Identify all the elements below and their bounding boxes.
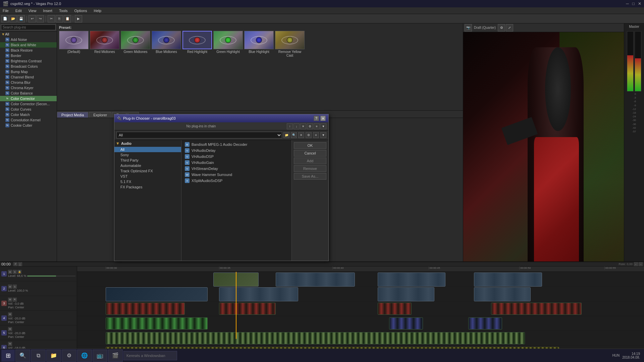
menu-options[interactable]: Options bbox=[73, 8, 89, 13]
dialog-chain-btn1[interactable]: ↑ bbox=[287, 123, 293, 129]
effect-item-channel-blend[interactable]: fx Channel Blend bbox=[0, 74, 57, 80]
menu-view[interactable]: View bbox=[27, 8, 38, 13]
dialog-chain-btn6[interactable]: ▼ bbox=[320, 123, 326, 129]
track-mute-6[interactable]: M bbox=[8, 342, 12, 346]
effect-item-color-corrector[interactable]: fx Color Corrector bbox=[0, 96, 57, 101]
video-clip-1b[interactable] bbox=[276, 273, 355, 287]
dialog-filter-btn6[interactable]: ▼ bbox=[320, 132, 326, 138]
plugin-vh-gain[interactable]: V VHAudioGain bbox=[183, 160, 290, 166]
menu-help[interactable]: Help bbox=[92, 8, 103, 13]
dialog-remove-button[interactable]: Remove bbox=[294, 165, 326, 172]
dialog-filter-select[interactable]: All Audio Video bbox=[116, 132, 282, 138]
plugin-vh-dsp[interactable]: V VHAudioDSP bbox=[183, 154, 290, 160]
plugin-xsplit[interactable]: X XSplitAudioSxDSP bbox=[183, 178, 290, 184]
taskbar-task-view[interactable]: ⧉ bbox=[31, 350, 46, 362]
video-clip-2d[interactable] bbox=[474, 287, 531, 301]
render-button[interactable]: ▶ bbox=[75, 15, 82, 22]
preset-blue-highlight[interactable]: Blue Highlight bbox=[244, 31, 274, 57]
effect-item-black-restore[interactable]: fx Black Restore bbox=[0, 48, 57, 53]
audio-clip-3b[interactable] bbox=[219, 303, 276, 315]
effect-item-add-noise[interactable]: fx Add Noise bbox=[0, 37, 57, 42]
plugin-vh-delay[interactable]: V VHAudioDelay bbox=[183, 147, 290, 154]
taskbar-search-input[interactable] bbox=[123, 351, 177, 360]
dialog-chain-btn4[interactable]: ⚙ bbox=[307, 123, 313, 129]
tree-item-5-1[interactable]: 5.1 FX bbox=[114, 179, 181, 184]
preset-default[interactable]: (Default) bbox=[59, 31, 89, 57]
preset-remove-yellow[interactable]: Remove Yellow Cast bbox=[275, 31, 305, 57]
undo-button[interactable]: ↩ bbox=[29, 15, 36, 22]
track-solo-1[interactable]: S bbox=[13, 270, 17, 274]
audio-clip-3c[interactable] bbox=[378, 303, 412, 315]
tree-item-all[interactable]: All bbox=[114, 147, 181, 152]
effect-item-bump-map[interactable]: fx Bump Map bbox=[0, 69, 57, 74]
tree-item-sony[interactable]: Sony bbox=[114, 152, 181, 158]
dialog-filter-btn5[interactable]: ≡ bbox=[313, 132, 319, 138]
effect-item-broadcast[interactable]: fx Broadcast Colors bbox=[0, 64, 57, 69]
audio-clip-4b[interactable] bbox=[389, 317, 423, 329]
preset-green-highlight[interactable]: Green Highlight bbox=[213, 31, 243, 57]
preset-red-highlight[interactable]: Red Highlight bbox=[182, 31, 212, 57]
effect-item-convolution[interactable]: fx Convolution Kernel bbox=[0, 117, 57, 123]
close-button[interactable]: ✕ bbox=[638, 1, 641, 6]
plugin-wave-hammer[interactable]: W Wave Hammer Surround bbox=[183, 172, 290, 178]
dialog-filter-btn4[interactable]: ⚙ bbox=[306, 132, 312, 138]
menu-edit[interactable]: Edit bbox=[14, 8, 23, 13]
menu-tools[interactable]: Tools bbox=[58, 8, 69, 13]
effect-item-color-match[interactable]: fx Color Match bbox=[0, 112, 57, 117]
timeline-zoom-out[interactable]: → bbox=[639, 262, 643, 266]
dialog-help-button[interactable]: ? bbox=[314, 116, 319, 121]
dialog-ok-button[interactable]: OK bbox=[294, 142, 326, 149]
audio-clip-4a[interactable] bbox=[106, 317, 208, 329]
preset-blue-midtones[interactable]: Blue Midtones bbox=[152, 31, 181, 57]
effect-item-color-balance[interactable]: fx Color Balance bbox=[0, 90, 57, 96]
track-solo-2[interactable]: S bbox=[13, 285, 17, 289]
taskbar-search-btn[interactable]: 🔍 bbox=[15, 350, 30, 362]
loop-btn[interactable]: ↺ bbox=[13, 262, 17, 266]
dialog-cancel-button[interactable]: Cancel bbox=[294, 150, 326, 157]
dialog-close-button[interactable]: ✕ bbox=[320, 116, 326, 121]
preview-cam-btn[interactable]: 📷 bbox=[465, 24, 472, 32]
video-clip-2c[interactable] bbox=[378, 287, 434, 301]
effect-item-chroma-keyer[interactable]: fx Chroma Keyer bbox=[0, 85, 57, 90]
tree-item-third-party[interactable]: Third Party bbox=[114, 158, 181, 163]
menu-insert[interactable]: Insert bbox=[42, 8, 54, 13]
tree-item-vst[interactable]: VST bbox=[114, 174, 181, 179]
taskbar-app1[interactable]: 📺 bbox=[93, 350, 107, 362]
paste-button[interactable]: 📋 bbox=[64, 15, 71, 22]
tab-project-media[interactable]: Project Media bbox=[57, 112, 88, 118]
audio-clip-3d[interactable] bbox=[491, 303, 582, 315]
track-mute-2[interactable]: M bbox=[8, 285, 12, 289]
audio-clip-3a[interactable] bbox=[106, 303, 185, 315]
effect-item-chroma-blur[interactable]: fx Chroma Blur bbox=[0, 80, 57, 85]
copy-button[interactable]: ⎘ bbox=[56, 15, 63, 22]
effect-item-brightness[interactable]: fx Brightness Contrast bbox=[0, 58, 57, 64]
tree-item-track-optimized[interactable]: Track Optimized FX bbox=[114, 168, 181, 174]
preview-fullscreen-btn[interactable]: ⤢ bbox=[506, 24, 513, 32]
effect-item-border[interactable]: fx Border bbox=[0, 53, 57, 58]
video-clip-2b[interactable] bbox=[219, 287, 299, 301]
track-mute-4[interactable]: M bbox=[8, 312, 12, 316]
video-clip-1c[interactable] bbox=[378, 273, 446, 287]
track-mute-3[interactable]: M bbox=[8, 298, 12, 302]
save-button[interactable]: 💾 bbox=[17, 15, 25, 22]
plugin-vh-stream[interactable]: V VHStreamDelay bbox=[183, 166, 290, 172]
track-mute-1[interactable]: M bbox=[8, 270, 12, 274]
minimize-button[interactable]: ─ bbox=[626, 1, 629, 6]
video-clip-1d[interactable] bbox=[474, 273, 542, 287]
search-input[interactable] bbox=[1, 24, 56, 30]
mark-in-btn[interactable]: [ bbox=[18, 262, 22, 266]
dialog-filter-btn3[interactable]: ✕ bbox=[298, 132, 304, 138]
effect-item-color-corrector-sec[interactable]: fx Color Corrector (Secon... bbox=[0, 101, 57, 107]
cut-button[interactable]: ✂ bbox=[48, 15, 55, 22]
taskbar-chrome[interactable]: 🌐 bbox=[77, 350, 92, 362]
dialog-filter-btn2[interactable]: 🔍 bbox=[291, 132, 297, 138]
track-slider-1[interactable] bbox=[27, 276, 75, 277]
effect-item-color-curves[interactable]: fx Color Curves bbox=[0, 107, 57, 112]
taskbar-app2[interactable]: 🎬 bbox=[108, 350, 123, 362]
maximize-button[interactable]: □ bbox=[632, 1, 635, 6]
effect-item-black-white[interactable]: fx Black and White bbox=[0, 42, 57, 48]
new-button[interactable]: 📄 bbox=[1, 15, 9, 22]
dialog-add-button[interactable]: Add bbox=[294, 158, 326, 164]
preview-settings-btn[interactable]: ⚙ bbox=[498, 24, 505, 32]
taskbar-file-explorer[interactable]: 📁 bbox=[46, 350, 61, 362]
